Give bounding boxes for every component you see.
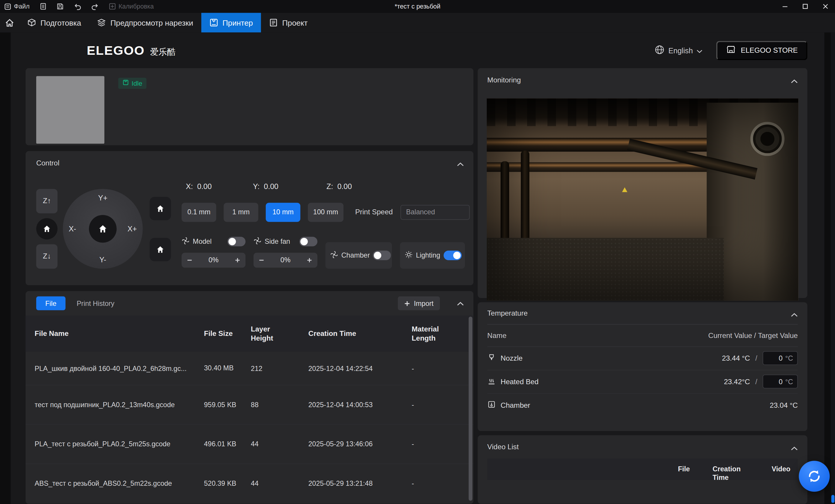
- collapse-files-chevron-up-icon[interactable]: [457, 298, 464, 308]
- model-fan-plus-button[interactable]: [229, 253, 245, 268]
- side-fan-toggle[interactable]: [299, 237, 317, 246]
- window-scrollbar[interactable]: [831, 33, 835, 504]
- fan-icon: [182, 237, 189, 246]
- chamber-fan-label: Chamber: [342, 251, 370, 259]
- print-speed-select[interactable]: Balanced: [400, 205, 469, 219]
- store-icon: [726, 45, 736, 55]
- window-scrollbar-thumb[interactable]: [832, 495, 835, 503]
- model-fan-toggle[interactable]: [227, 237, 245, 246]
- home-xy-button[interactable]: [89, 215, 117, 243]
- lighting-toggle[interactable]: [444, 251, 462, 260]
- tab-project[interactable]: Проект: [261, 13, 315, 33]
- heated-bed-icon: [487, 377, 496, 386]
- jog-x-plus-button[interactable]: X+: [127, 224, 137, 233]
- nozzle-current-value: 23.44 °C: [722, 354, 750, 362]
- home-axes-button[interactable]: [150, 237, 171, 261]
- tab-printer[interactable]: Принтер: [201, 13, 261, 33]
- house-icon: [156, 245, 165, 254]
- model-fan-stepper: 0%: [182, 253, 245, 268]
- collapse-control-chevron-up-icon[interactable]: [457, 159, 464, 169]
- printer-page: ELEGOO 爱乐酷 English ELEGOO: [11, 33, 824, 504]
- side-fan-stepper: 0%: [253, 253, 317, 268]
- files-table-header: File Name File Size Layer Height Creatio…: [26, 316, 473, 352]
- language-selector[interactable]: English: [655, 44, 703, 56]
- chamber-fan-toggle[interactable]: [373, 251, 391, 260]
- plus-icon: [404, 300, 410, 306]
- nozzle-target-input[interactable]: 0 °C: [762, 351, 798, 365]
- undo-button[interactable]: [73, 2, 81, 10]
- jog-z-up-button[interactable]: Z↑: [36, 189, 58, 213]
- sun-icon: [405, 251, 413, 260]
- side-fan-plus-button[interactable]: [301, 253, 317, 268]
- step-10mm-button[interactable]: 10 mm: [266, 203, 300, 222]
- jog-z-down-button[interactable]: Z↓: [36, 244, 58, 269]
- step-0.1mm-button[interactable]: 0.1 mm: [182, 203, 216, 222]
- chamber-current-value: 23.04 °C: [770, 401, 798, 409]
- heated-bed-target-input[interactable]: 0 °C: [762, 375, 798, 388]
- home-z-button[interactable]: [36, 218, 58, 239]
- home-icon: [5, 18, 15, 28]
- model-fan-minus-button[interactable]: [182, 253, 198, 268]
- tab-file[interactable]: File: [36, 296, 65, 310]
- step-1mm-button[interactable]: 1 mm: [224, 203, 258, 222]
- calibration-label: Калибровка: [119, 3, 154, 10]
- tab-home[interactable]: [0, 13, 19, 33]
- temp-value-header: Current Value / Target Value: [708, 331, 798, 339]
- tab-prepare[interactable]: Подготовка: [19, 13, 89, 33]
- model-fan-label: Model: [193, 237, 224, 246]
- table-row[interactable]: ABS_тест с резьбой_ABS0.2_5m22s.gcode 52…: [26, 463, 473, 503]
- elegoo-logo: ELEGOO 爱乐酷: [87, 43, 176, 58]
- col-material-length: Material Length: [412, 324, 449, 343]
- nozzle-icon: [487, 353, 496, 363]
- video-list-title: Video List: [487, 443, 519, 451]
- minimize-button[interactable]: [782, 3, 788, 10]
- temperature-table-header: Name Current Value / Target Value: [487, 324, 798, 347]
- temperature-title: Temperature: [487, 309, 528, 317]
- z-axis-value: 0.00: [338, 182, 352, 190]
- calibration-menu[interactable]: Калибровка: [108, 3, 154, 10]
- table-row[interactable]: PLA_тест с резьбой_PLA0.2_5m25s.gcode 49…: [26, 424, 473, 464]
- video-col-file: File: [678, 465, 690, 474]
- save-icon: [56, 3, 64, 10]
- tab-print-history[interactable]: Print History: [77, 299, 114, 307]
- jog-y-plus-button[interactable]: Y+: [98, 193, 107, 202]
- chamber-icon: [487, 400, 496, 410]
- side-fan-minus-button[interactable]: [253, 253, 269, 268]
- tab-slice-preview[interactable]: Предпросмотр нарезки: [89, 13, 201, 33]
- files-scrollbar[interactable]: [469, 317, 473, 501]
- maximize-button[interactable]: [802, 3, 809, 10]
- side-fan-label: Side fan: [265, 237, 296, 246]
- monitoring-title: Monitoring: [487, 76, 521, 84]
- minus-icon: [187, 257, 192, 262]
- import-button[interactable]: Import: [398, 296, 440, 310]
- collapse-temperature-chevron-up-icon[interactable]: [791, 309, 798, 319]
- z-axis-label: Z:: [326, 182, 333, 190]
- table-row[interactable]: тест под подшипник_PLA0.2_13m40s.gcode 9…: [26, 385, 473, 424]
- table-row[interactable]: PLA_шкив двойной 160-40_PLA0.2_6h28m.gc.…: [26, 352, 473, 385]
- tab-printer-label: Принтер: [222, 18, 253, 27]
- house-icon: [156, 204, 165, 213]
- calibration-icon: [108, 3, 116, 10]
- refresh-button[interactable]: [799, 461, 830, 491]
- save-button[interactable]: [56, 3, 64, 10]
- jog-y-minus-button[interactable]: Y-: [99, 255, 106, 264]
- chamber-label: Chamber: [501, 401, 530, 409]
- col-creation-time: Creation Time: [308, 329, 412, 339]
- minus-icon: [259, 257, 264, 262]
- elegoo-store-button[interactable]: ELEGOO STORE: [716, 41, 807, 60]
- nozzle-label: Nozzle: [501, 354, 523, 362]
- new-document-button[interactable]: [39, 3, 46, 10]
- jog-x-minus-button[interactable]: X-: [69, 224, 76, 233]
- collapse-monitoring-chevron-up-icon[interactable]: [791, 76, 798, 86]
- home-all-button[interactable]: [150, 197, 171, 220]
- collapse-video-chevron-up-icon[interactable]: [791, 443, 798, 453]
- plus-icon: [307, 257, 312, 262]
- house-icon: [98, 224, 108, 233]
- print-speed-value: Balanced: [406, 208, 435, 216]
- step-100mm-button[interactable]: 100 mm: [308, 203, 344, 222]
- file-menu[interactable]: Файл: [4, 3, 29, 10]
- close-button[interactable]: [822, 3, 829, 10]
- redo-button[interactable]: [91, 2, 99, 10]
- video-list-card: Video List File Creation Time Video: [477, 435, 807, 504]
- heated-bed-temp-row: Heated Bed 23.42°C / 0 °C: [487, 370, 798, 394]
